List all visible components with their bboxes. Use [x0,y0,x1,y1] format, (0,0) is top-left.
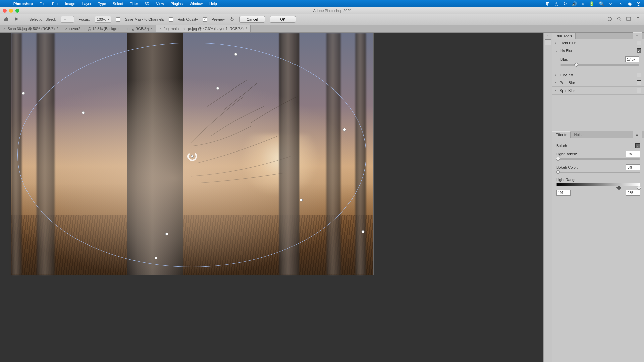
doc-tab-2[interactable]: × fog_main_image.jpg @ 47.6% (Layer 1, R… [156,25,251,32]
menu-help[interactable]: Help [206,2,220,6]
cancel-button[interactable]: Cancel [239,16,265,23]
bokeh-checkbox[interactable]: ✓ [635,143,640,148]
maximize-window-button[interactable] [15,9,19,13]
document-image [11,33,374,275]
blur-value-input[interactable]: 17 px [625,56,639,62]
bokeh-color-label: Bokeh Color: [556,165,626,169]
bluetooth-icon[interactable]: ᚼ [582,1,584,6]
close-icon[interactable]: × [159,27,161,31]
save-mask-checkbox[interactable] [116,17,120,22]
iris-blur-checkbox[interactable]: ✓ [637,48,641,53]
doc-tab-1[interactable]: × cover2.jpg @ 12.5% (Background copy, R… [62,25,156,32]
menu-type[interactable]: Type [95,2,109,6]
canvas-wrap: 47.55% › [0,33,543,362]
light-bokeh-input[interactable]: 0% [626,151,640,157]
effects-tab[interactable]: Effects [552,131,571,138]
bokeh-color-slider[interactable] [556,172,640,173]
svg-point-0 [608,17,612,21]
spin-blur-checkbox[interactable]: ✓ [637,88,641,93]
panel-gutter: « [544,33,552,362]
high-quality-label: High Quality [178,17,198,21]
search-icon[interactable] [616,16,622,22]
menu-edit[interactable]: Edit [49,2,62,6]
menu-plugins[interactable]: Plugins [167,2,186,6]
menubar-app[interactable]: Photoshop [10,2,36,6]
ok-button[interactable]: OK [270,16,296,23]
blur-slider[interactable] [560,64,639,66]
timemachine-icon[interactable]: ↻ [563,1,567,6]
control-center-icon[interactable]: ⌥ [618,1,623,6]
reset-icon[interactable] [229,16,235,22]
menu-file[interactable]: File [36,2,49,6]
svg-point-1 [618,17,620,20]
cloud-doc-icon[interactable] [607,16,612,22]
menu-layer[interactable]: Layer [79,2,95,6]
high-quality-checkbox[interactable] [169,17,173,22]
share-icon[interactable] [635,16,641,22]
save-mask-label: Save Mask to Channels [125,17,164,21]
iris-blur-section[interactable]: ⌄ Iris Blur ✓ [552,47,644,54]
window-title: Adobe Photoshop 2021 [23,9,641,13]
volume-icon[interactable]: 🔊 [572,1,577,6]
cc-icon[interactable]: ◎ [555,1,558,6]
path-blur-section[interactable]: › Path Blur ✓ [552,79,644,86]
chevron-right-icon: › [555,41,558,45]
menu-view[interactable]: View [153,2,167,6]
close-icon[interactable]: × [65,27,67,31]
close-window-button[interactable] [3,9,7,13]
light-bokeh-label: Light Bokeh: [556,152,626,156]
panel-menu-icon[interactable]: ≡ [633,32,642,39]
noise-tab[interactable]: Noise [571,132,587,138]
light-range-high-input[interactable]: 255 [626,190,640,196]
tool-icon[interactable] [14,16,19,22]
chevron-right-icon: › [555,89,558,92]
battery-icon[interactable]: 🔋 [589,1,594,6]
preview-checkbox[interactable] [203,17,207,22]
focus-dropdown[interactable]: 100% [95,16,111,23]
menu-select[interactable]: Select [109,2,126,6]
selection-bleed-dropdown[interactable] [61,16,74,23]
light-range-slider[interactable] [556,183,640,186]
path-blur-checkbox[interactable]: ✓ [637,80,641,85]
spotlight-icon[interactable]: 🔍 [599,1,604,6]
shield-icon[interactable]: ⛨ [546,1,550,6]
menu-window[interactable]: Window [186,2,206,6]
light-range-label: Light Range: [556,178,640,182]
tilt-shift-section[interactable]: › Tilt-Shift ✓ [552,71,644,79]
workspace: 47.55% › « Blur Tools ≡ › Field [0,33,644,362]
light-bokeh-slider[interactable] [556,158,640,160]
field-blur-checkbox[interactable]: ✓ [637,41,641,45]
chevron-right-icon: › [555,81,558,84]
window-titlebar: Adobe Photoshop 2021 [0,7,644,14]
close-icon[interactable]: × [3,27,5,31]
blur-tools-tab[interactable]: Blur Tools [552,33,576,39]
siri-icon[interactable]: ◉ [628,1,632,6]
canvas-area[interactable] [0,33,543,362]
doc-tab-0[interactable]: × Scan 36.jpg @ 50% (RGB/8)* [0,25,62,32]
spin-blur-section[interactable]: › Spin Blur ✓ [552,87,644,94]
collapse-panels-icon[interactable]: « [547,33,549,37]
chevron-right-icon: › [555,73,558,77]
home-icon[interactable] [3,16,9,22]
workspace-icon[interactable] [626,16,631,22]
mac-menubar: Photoshop File Edit Image Layer Type Sel… [0,0,644,7]
selection-bleed-label: Selection Bleed: [29,17,56,21]
field-blur-section[interactable]: › Field Blur ✓ [552,39,644,47]
svg-rect-2 [627,17,631,20]
panel-menu-icon[interactable]: ≡ [633,131,642,138]
menu-filter[interactable]: Filter [126,2,141,6]
focus-label: Focus: [79,17,90,21]
blur-tools-panel: Blur Tools ≡ › Field Blur ✓ ⌄ [552,33,644,95]
panel-icon[interactable] [545,39,551,45]
wifi-icon[interactable]: ᯤ [609,1,613,6]
tilt-shift-checkbox[interactable]: ✓ [637,73,641,77]
notification-icon[interactable]: ⦿ [636,1,641,6]
effects-panel: Effects Noise ≡ Bokeh ✓ Light Bokeh: 0% [552,131,644,198]
minimize-window-button[interactable] [9,9,13,13]
light-range-low-input[interactable]: 191 [556,190,571,196]
preview-label: Preview [212,17,225,21]
bokeh-color-input[interactable]: 0% [626,164,640,170]
right-panel-column: « Blur Tools ≡ › Field Blur ✓ [543,33,644,362]
menu-3d[interactable]: 3D [141,2,153,6]
menu-image[interactable]: Image [62,2,79,6]
